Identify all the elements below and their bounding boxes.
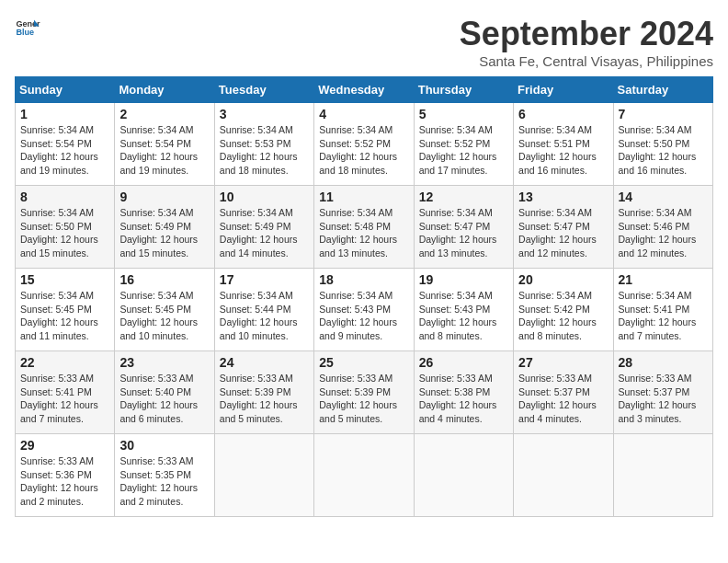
- calendar-week-row: 1 Sunrise: 5:34 AMSunset: 5:54 PMDayligh…: [16, 103, 713, 186]
- day-detail: Sunrise: 5:34 AMSunset: 5:45 PMDaylight:…: [20, 289, 109, 343]
- day-detail: Sunrise: 5:34 AMSunset: 5:54 PMDaylight:…: [20, 123, 109, 178]
- day-detail: Sunrise: 5:33 AMSunset: 5:39 PMDaylight:…: [319, 372, 408, 426]
- calendar-week-row: 8 Sunrise: 5:34 AMSunset: 5:50 PMDayligh…: [16, 186, 713, 269]
- day-detail: Sunrise: 5:33 AMSunset: 5:37 PMDaylight:…: [518, 372, 608, 426]
- day-detail: Sunrise: 5:34 AMSunset: 5:47 PMDaylight:…: [419, 206, 508, 260]
- day-detail: Sunrise: 5:34 AMSunset: 5:49 PMDaylight:…: [220, 206, 309, 260]
- day-number: 24: [220, 355, 309, 370]
- day-detail: Sunrise: 5:34 AMSunset: 5:43 PMDaylight:…: [419, 289, 508, 343]
- day-number: 10: [220, 190, 309, 204]
- day-detail: Sunrise: 5:34 AMSunset: 5:50 PMDaylight:…: [619, 123, 708, 178]
- day-number: 21: [619, 272, 708, 287]
- day-detail: Sunrise: 5:34 AMSunset: 5:45 PMDaylight:…: [119, 289, 209, 343]
- calendar-cell: 3 Sunrise: 5:34 AMSunset: 5:53 PMDayligh…: [214, 103, 313, 186]
- day-number: 16: [119, 272, 209, 287]
- day-number: 23: [119, 355, 209, 370]
- calendar-cell: 13 Sunrise: 5:34 AMSunset: 5:47 PMDaylig…: [514, 186, 613, 269]
- title-block: September 2024 Santa Fe, Central Visayas…: [460, 15, 713, 69]
- day-detail: Sunrise: 5:34 AMSunset: 5:48 PMDaylight:…: [319, 206, 408, 260]
- day-number: 28: [619, 355, 708, 370]
- calendar-cell: 20 Sunrise: 5:34 AMSunset: 5:42 PMDaylig…: [514, 269, 613, 351]
- day-detail: Sunrise: 5:34 AMSunset: 5:47 PMDaylight:…: [518, 206, 608, 260]
- calendar-cell: 22 Sunrise: 5:33 AMSunset: 5:41 PMDaylig…: [16, 351, 115, 434]
- calendar-cell: 14 Sunrise: 5:34 AMSunset: 5:46 PMDaylig…: [613, 186, 712, 269]
- day-number: 8: [20, 190, 109, 204]
- day-detail: Sunrise: 5:34 AMSunset: 5:49 PMDaylight:…: [119, 206, 209, 260]
- day-detail: Sunrise: 5:33 AMSunset: 5:39 PMDaylight:…: [220, 372, 309, 426]
- calendar-cell: 1 Sunrise: 5:34 AMSunset: 5:54 PMDayligh…: [16, 103, 115, 186]
- calendar-table: Sunday Monday Tuesday Wednesday Thursday…: [15, 76, 713, 517]
- day-detail: Sunrise: 5:34 AMSunset: 5:52 PMDaylight:…: [319, 123, 408, 178]
- day-number: 18: [319, 272, 408, 287]
- day-number: 15: [20, 272, 109, 287]
- day-number: 27: [518, 355, 608, 370]
- calendar-cell: 12 Sunrise: 5:34 AMSunset: 5:47 PMDaylig…: [414, 186, 513, 269]
- day-detail: Sunrise: 5:33 AMSunset: 5:35 PMDaylight:…: [119, 454, 209, 509]
- calendar-cell: 9 Sunrise: 5:34 AMSunset: 5:49 PMDayligh…: [115, 186, 214, 269]
- day-number: 6: [518, 107, 608, 121]
- calendar-cell: 24 Sunrise: 5:33 AMSunset: 5:39 PMDaylig…: [214, 351, 313, 434]
- calendar-cell: [314, 434, 414, 517]
- calendar-cell: 4 Sunrise: 5:34 AMSunset: 5:52 PMDayligh…: [314, 103, 414, 186]
- svg-text:Blue: Blue: [16, 28, 34, 37]
- day-number: 3: [220, 107, 309, 121]
- calendar-cell: 26 Sunrise: 5:33 AMSunset: 5:38 PMDaylig…: [414, 351, 513, 434]
- calendar-cell: 17 Sunrise: 5:34 AMSunset: 5:44 PMDaylig…: [214, 269, 313, 351]
- day-detail: Sunrise: 5:33 AMSunset: 5:41 PMDaylight:…: [20, 372, 109, 426]
- calendar-week-row: 22 Sunrise: 5:33 AMSunset: 5:41 PMDaylig…: [16, 351, 713, 434]
- day-detail: Sunrise: 5:34 AMSunset: 5:41 PMDaylight:…: [619, 289, 708, 343]
- day-number: 29: [20, 438, 109, 453]
- calendar-cell: [414, 434, 513, 517]
- day-number: 25: [319, 355, 408, 370]
- calendar-cell: 30 Sunrise: 5:33 AMSunset: 5:35 PMDaylig…: [115, 434, 214, 517]
- col-tuesday: Tuesday: [214, 77, 313, 103]
- calendar-cell: 28 Sunrise: 5:33 AMSunset: 5:37 PMDaylig…: [613, 351, 712, 434]
- calendar-cell: 18 Sunrise: 5:34 AMSunset: 5:43 PMDaylig…: [314, 269, 414, 351]
- day-detail: Sunrise: 5:34 AMSunset: 5:44 PMDaylight:…: [220, 289, 309, 343]
- calendar-cell: 19 Sunrise: 5:34 AMSunset: 5:43 PMDaylig…: [414, 269, 513, 351]
- day-detail: Sunrise: 5:33 AMSunset: 5:37 PMDaylight:…: [619, 372, 708, 426]
- calendar-week-row: 29 Sunrise: 5:33 AMSunset: 5:36 PMDaylig…: [16, 434, 713, 517]
- day-number: 9: [119, 190, 209, 204]
- day-number: 30: [119, 438, 209, 453]
- day-number: 7: [619, 107, 708, 121]
- day-detail: Sunrise: 5:34 AMSunset: 5:50 PMDaylight:…: [20, 206, 109, 260]
- calendar-cell: 29 Sunrise: 5:33 AMSunset: 5:36 PMDaylig…: [16, 434, 115, 517]
- logo: General Blue: [15, 15, 40, 40]
- day-detail: Sunrise: 5:34 AMSunset: 5:52 PMDaylight:…: [419, 123, 508, 178]
- col-friday: Friday: [514, 77, 613, 103]
- col-sunday: Sunday: [16, 77, 115, 103]
- month-title: September 2024: [460, 15, 713, 53]
- day-number: 13: [518, 190, 608, 204]
- calendar-cell: [214, 434, 313, 517]
- day-detail: Sunrise: 5:34 AMSunset: 5:54 PMDaylight:…: [119, 123, 209, 178]
- calendar-cell: 16 Sunrise: 5:34 AMSunset: 5:45 PMDaylig…: [115, 269, 214, 351]
- col-saturday: Saturday: [613, 77, 712, 103]
- logo-icon: General Blue: [15, 15, 40, 40]
- day-number: 4: [319, 107, 408, 121]
- calendar-body: 1 Sunrise: 5:34 AMSunset: 5:54 PMDayligh…: [16, 103, 713, 517]
- calendar-cell: 10 Sunrise: 5:34 AMSunset: 5:49 PMDaylig…: [214, 186, 313, 269]
- day-number: 5: [419, 107, 508, 121]
- calendar-cell: 5 Sunrise: 5:34 AMSunset: 5:52 PMDayligh…: [414, 103, 513, 186]
- day-detail: Sunrise: 5:34 AMSunset: 5:53 PMDaylight:…: [220, 123, 309, 178]
- day-number: 19: [419, 272, 508, 287]
- day-number: 12: [419, 190, 508, 204]
- day-number: 1: [20, 107, 109, 121]
- day-detail: Sunrise: 5:33 AMSunset: 5:40 PMDaylight:…: [119, 372, 209, 426]
- calendar-cell: 23 Sunrise: 5:33 AMSunset: 5:40 PMDaylig…: [115, 351, 214, 434]
- day-detail: Sunrise: 5:34 AMSunset: 5:43 PMDaylight:…: [319, 289, 408, 343]
- calendar-cell: 8 Sunrise: 5:34 AMSunset: 5:50 PMDayligh…: [16, 186, 115, 269]
- day-number: 14: [619, 190, 708, 204]
- day-detail: Sunrise: 5:34 AMSunset: 5:51 PMDaylight:…: [518, 123, 608, 178]
- calendar-cell: 6 Sunrise: 5:34 AMSunset: 5:51 PMDayligh…: [514, 103, 613, 186]
- day-number: 20: [518, 272, 608, 287]
- page-header: General Blue September 2024 Santa Fe, Ce…: [15, 15, 713, 69]
- day-number: 2: [119, 107, 209, 121]
- calendar-week-row: 15 Sunrise: 5:34 AMSunset: 5:45 PMDaylig…: [16, 269, 713, 351]
- day-number: 17: [220, 272, 309, 287]
- day-number: 22: [20, 355, 109, 370]
- day-number: 26: [419, 355, 508, 370]
- calendar-cell: 2 Sunrise: 5:34 AMSunset: 5:54 PMDayligh…: [115, 103, 214, 186]
- calendar-header: Sunday Monday Tuesday Wednesday Thursday…: [16, 77, 713, 103]
